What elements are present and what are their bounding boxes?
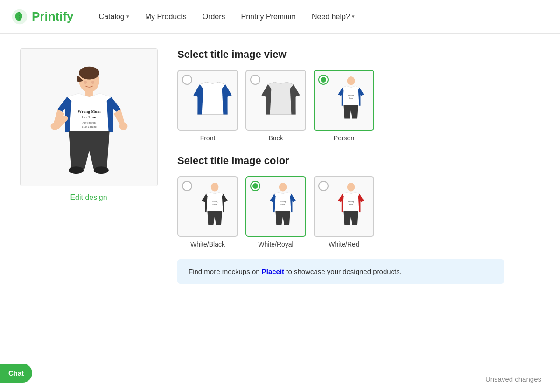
back-shirt-icon bbox=[259, 76, 303, 127]
view-option-back: Back bbox=[245, 70, 306, 142]
nav-my-products[interactable]: My Products bbox=[139, 9, 193, 25]
color-options-row: Wrong Mum White/Black bbox=[177, 176, 541, 248]
nav-orders[interactable]: Orders bbox=[196, 9, 232, 25]
person-label: Person bbox=[334, 134, 354, 142]
bottom-bar: Unsaved changes bbox=[0, 366, 560, 392]
svg-text:Wrong: Wrong bbox=[280, 200, 286, 203]
svg-point-21 bbox=[279, 183, 287, 191]
svg-text:Mum: Mum bbox=[349, 97, 353, 99]
right-panel: Select title image view Fron bbox=[177, 48, 541, 377]
svg-text:for Tom: for Tom bbox=[82, 115, 96, 119]
svg-point-3 bbox=[79, 67, 99, 80]
header: Printify Catalog ▾ My Products Orders Pr… bbox=[0, 0, 560, 34]
logo[interactable]: Printify bbox=[11, 8, 74, 25]
nav-catalog[interactable]: Catalog ▾ bbox=[92, 9, 136, 25]
person-radio[interactable] bbox=[318, 75, 329, 85]
color-section-title: Select title image color bbox=[177, 155, 541, 167]
svg-text:Mum: Mum bbox=[212, 203, 217, 206]
unsaved-changes-text: Unsaved changes bbox=[485, 375, 541, 383]
svg-point-13 bbox=[84, 81, 87, 84]
left-panel: Wrong Mum for Tom Ain't nothin' Than a m… bbox=[19, 48, 159, 377]
white-royal-label: White/Royal bbox=[258, 241, 293, 248]
chat-label: Chat bbox=[8, 369, 24, 377]
color-option-white-royal: Wrong Mum White/Royal bbox=[245, 176, 306, 248]
back-label: Back bbox=[268, 134, 283, 142]
placeit-banner: Find more mockups on Placeit to showcase… bbox=[177, 259, 504, 284]
view-option-back-card[interactable] bbox=[245, 70, 306, 131]
catalog-chevron-icon: ▾ bbox=[126, 14, 129, 20]
color-option-white-royal-card[interactable]: Wrong Mum bbox=[245, 176, 306, 237]
view-option-person-card[interactable]: Wrong Mum bbox=[314, 70, 374, 131]
svg-point-11 bbox=[69, 166, 84, 174]
main-nav: Catalog ▾ My Products Orders Printify Pr… bbox=[92, 9, 361, 25]
svg-point-24 bbox=[347, 183, 355, 191]
color-option-white-black: Wrong Mum White/Black bbox=[177, 176, 238, 248]
white-red-radio[interactable] bbox=[318, 181, 329, 191]
svg-point-10 bbox=[119, 123, 127, 130]
view-section-title: Select title image view bbox=[177, 48, 541, 61]
view-option-person: Wrong Mum Person bbox=[314, 70, 374, 142]
nav-premium[interactable]: Printify Premium bbox=[235, 9, 302, 25]
svg-point-15 bbox=[347, 76, 355, 85]
placeit-suffix: to showcase your designed products. bbox=[284, 268, 402, 275]
front-shirt-icon bbox=[190, 76, 235, 127]
white-royal-radio[interactable] bbox=[250, 181, 260, 191]
help-chevron-icon: ▾ bbox=[352, 14, 355, 20]
view-option-front: Front bbox=[177, 70, 238, 142]
color-option-white-black-card[interactable]: Wrong Mum bbox=[177, 176, 238, 237]
back-radio[interactable] bbox=[250, 75, 260, 85]
product-preview: Wrong Mum for Tom Ain't nothin' Than a m… bbox=[20, 48, 158, 186]
white-black-radio[interactable] bbox=[182, 181, 192, 191]
color-option-white-red: Wrong Mum White/Red bbox=[314, 176, 374, 248]
svg-point-14 bbox=[91, 81, 94, 84]
view-options-row: Front Back bbox=[177, 70, 541, 142]
nav-help[interactable]: Need help? ▾ bbox=[305, 9, 361, 25]
color-section: Select title image color Wrong bbox=[177, 155, 541, 248]
color-option-white-red-card[interactable]: Wrong Mum bbox=[314, 176, 374, 237]
logo-text: Printify bbox=[32, 9, 74, 24]
edit-design-link[interactable]: Edit design bbox=[70, 193, 107, 202]
placeit-link[interactable]: Placeit bbox=[262, 268, 284, 275]
product-image: Wrong Mum for Tom Ain't nothin' Than a m… bbox=[21, 48, 157, 186]
view-section: Select title image view Fron bbox=[177, 48, 541, 142]
view-option-front-card[interactable] bbox=[177, 70, 238, 131]
svg-text:Mum: Mum bbox=[280, 203, 285, 206]
svg-text:Mum: Mum bbox=[349, 203, 353, 206]
white-black-label: White/Black bbox=[190, 241, 225, 248]
svg-text:Ain't nothin': Ain't nothin' bbox=[82, 121, 96, 124]
white-red-label: White/Red bbox=[329, 241, 359, 248]
chat-button[interactable]: Chat bbox=[0, 364, 32, 383]
white-black-shirt-icon: Wrong Mum bbox=[190, 178, 235, 234]
white-red-shirt-icon: Wrong Mum bbox=[327, 178, 371, 234]
svg-text:Wrong: Wrong bbox=[212, 200, 218, 203]
logo-icon bbox=[11, 8, 28, 25]
svg-text:Than a mum!: Than a mum! bbox=[81, 125, 96, 128]
main-content: Wrong Mum for Tom Ain't nothin' Than a m… bbox=[0, 34, 560, 392]
svg-text:Wrong: Wrong bbox=[348, 94, 354, 96]
svg-point-12 bbox=[93, 166, 108, 174]
person-shirt-icon: Wrong Mum bbox=[327, 71, 371, 127]
svg-point-18 bbox=[211, 183, 219, 191]
front-radio[interactable] bbox=[182, 75, 192, 85]
svg-text:Wrong: Wrong bbox=[348, 200, 354, 203]
placeit-prefix: Find more mockups on bbox=[189, 268, 262, 275]
front-label: Front bbox=[200, 134, 216, 142]
white-royal-shirt-icon: Wrong Mum bbox=[259, 178, 303, 234]
svg-text:Wrong Mum: Wrong Mum bbox=[77, 109, 101, 114]
